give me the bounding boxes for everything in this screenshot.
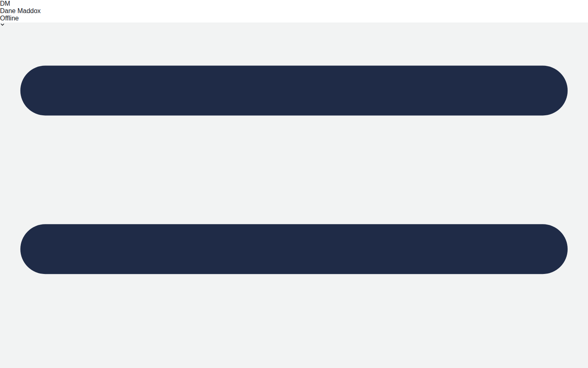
chevron-down-icon: [0, 22, 5, 27]
agent-status-select[interactable]: Offline: [0, 15, 588, 27]
top-navigation-bar: DM Dane Maddox Offline: [0, 0, 588, 22]
agent-status-value: Offline: [0, 15, 19, 22]
hamburger-menu-icon[interactable]: [0, 0, 588, 368]
user-name: Dane Maddox: [0, 7, 588, 15]
left-sidebar: [0, 0, 588, 368]
avatar[interactable]: DM: [0, 0, 588, 7]
